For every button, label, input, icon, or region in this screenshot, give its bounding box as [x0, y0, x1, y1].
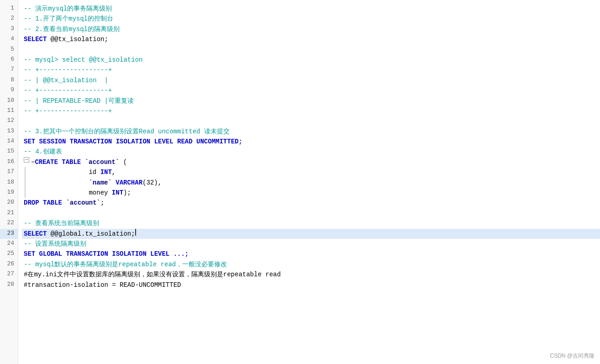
line-number-13: 13: [0, 127, 18, 137]
token-keyword: TABLE: [43, 198, 62, 208]
line-number-20: 20: [0, 198, 18, 208]
token-plain: @@global.tx_isolation;: [47, 229, 135, 239]
token-comment: -- 3.把其中一个控制台的隔离级别设置Read uncommitted 读未提…: [24, 127, 230, 137]
code-area[interactable]: -- 演示mysql的事务隔离级别-- 1.开了两个mysql的控制台-- 2.…: [18, 0, 600, 364]
token-plain: [112, 178, 116, 188]
token-backtick-id: `account`: [85, 157, 120, 167]
code-line-5: [22, 45, 600, 55]
token-comment: -- | @@tx_isolation |: [24, 75, 108, 85]
token-indent: [27, 178, 89, 188]
line-number-19: 19: [0, 188, 18, 198]
code-line-22: -- 查看系统当前隔离级别: [22, 218, 600, 228]
code-line-19: money INT);: [22, 188, 600, 198]
collapse-icon[interactable]: −: [24, 157, 29, 163]
line-number-23: 23: [0, 229, 18, 239]
code-line-13: -- 3.把其中一个控制台的隔离级别设置Read uncommitted 读未提…: [22, 127, 600, 137]
token-plain: [58, 157, 62, 167]
code-line-20: DROP TABLE `account`;: [22, 198, 600, 208]
line-number-14: 14: [0, 137, 18, 147]
line-number-9: 9: [0, 85, 18, 95]
token-plain: #在my.ini文件中设置数据库的隔离级别，如果没有设置，隔离级别是repeat…: [24, 269, 281, 280]
block-indicator: [25, 178, 26, 188]
token-keyword: VARCHAR: [116, 178, 142, 188]
code-line-11: -- +------------------+: [22, 106, 600, 116]
code-line-3: -- 2.查看当前mysql的隔离级别: [22, 24, 600, 34]
token-comment: -- 演示mysql的事务隔离级别: [24, 4, 112, 14]
code-line-12: [22, 116, 600, 126]
token-keyword: TABLE: [62, 157, 81, 167]
line-number-8: 8: [0, 75, 18, 85]
token-comment: -- mysql默认的事务隔离级别是repeatable read，一般没必要修…: [24, 259, 227, 269]
line-number-26: 26: [0, 259, 18, 269]
token-indent: [27, 188, 89, 198]
line-number-11: 11: [0, 106, 18, 116]
token-keyword: CREATE: [35, 157, 58, 167]
token-keyword: SET GLOBAL TRANSACTION ISOLATION LEVEL .…: [24, 249, 189, 259]
line-number-21: 21: [0, 208, 18, 218]
line-number-24: 24: [0, 239, 18, 249]
code-line-7: -- +------------------+: [22, 65, 600, 75]
token-collapse: −: [31, 157, 35, 167]
line-number-2: 2: [0, 14, 18, 24]
code-line-14: SET SESSION TRANSACTION ISOLATION LEVEL …: [22, 137, 600, 147]
token-plain: id: [89, 167, 100, 177]
token-comment: -- 设置系统隔离级别: [24, 239, 86, 249]
token-comment: -- +------------------+: [24, 65, 112, 75]
code-line-18: `name` VARCHAR(32),: [22, 178, 600, 188]
code-line-6: -- mysql> select @@tx_isolation: [22, 55, 600, 65]
code-line-27: #在my.ini文件中设置数据库的隔离级别，如果没有设置，隔离级别是repeat…: [22, 269, 600, 280]
token-comment: -- 查看系统当前隔离级别: [24, 218, 99, 228]
code-line-15: -- 4.创建表: [22, 147, 600, 157]
token-comment: -- +------------------+: [24, 106, 112, 116]
line-number-12: 12: [0, 116, 18, 126]
line-number-3: 3: [0, 24, 18, 34]
line-number-16: 16: [0, 157, 18, 167]
block-indicator: [25, 188, 26, 198]
token-plain: );: [123, 188, 131, 198]
code-line-17: id INT,: [22, 167, 600, 177]
line-number-22: 22: [0, 218, 18, 228]
token-comment: -- 4.创建表: [24, 147, 62, 157]
code-line-25: SET GLOBAL TRANSACTION ISOLATION LEVEL .…: [22, 249, 600, 259]
text-cursor: [135, 229, 136, 236]
token-plain: @@tx_isolation;: [51, 34, 108, 44]
code-line-8: -- | @@tx_isolation |: [22, 75, 600, 85]
token-plain: #transaction-isolation = READ-UNCOMMITTE…: [24, 280, 181, 290]
line-number-10: 10: [0, 96, 18, 106]
token-keyword: DROP: [24, 198, 39, 208]
code-line-24: -- 设置系统隔离级别: [22, 239, 600, 249]
code-line-9: -- +------------------+: [22, 85, 600, 95]
token-comment: -- +------------------+: [24, 85, 112, 95]
line-number-7: 7: [0, 65, 18, 75]
token-keyword: INT: [100, 167, 112, 177]
code-line-10: -- | REPEATABLE-READ |可重复读: [22, 96, 600, 106]
code-line-23: SELECT @@global.tx_isolation;: [22, 229, 600, 239]
token-plain: (: [119, 157, 127, 167]
token-keyword: INT: [112, 188, 123, 198]
token-indent: [27, 167, 89, 177]
token-keyword: SET SESSION TRANSACTION ISOLATION LEVEL …: [24, 137, 242, 147]
line-number-17: 17: [0, 167, 18, 177]
token-plain: ,: [112, 167, 116, 177]
watermark: CSDN @吉冈秀隆: [550, 352, 595, 360]
line-number-27: 27: [0, 269, 18, 280]
token-backtick-id: `account`: [66, 198, 100, 208]
token-plain: money: [89, 188, 111, 198]
line-number-25: 25: [0, 249, 18, 259]
code-line-16: −−CREATE TABLE `account` (: [22, 157, 600, 167]
token-keyword: SELECT: [24, 229, 47, 239]
line-number-1: 1: [0, 4, 18, 14]
line-number-4: 4: [0, 34, 18, 44]
line-number-6: 6: [0, 55, 18, 65]
token-comment: -- 2.查看当前mysql的隔离级别: [24, 24, 120, 34]
code-line-28: #transaction-isolation = READ-UNCOMMITTE…: [22, 280, 600, 290]
token-plain: ;: [100, 198, 104, 208]
token-comment: -- | REPEATABLE-READ |可重复读: [24, 96, 134, 106]
code-line-4: SELECT @@tx_isolation;: [22, 34, 600, 44]
token-comment: -- mysql> select @@tx_isolation: [24, 55, 142, 65]
code-line-1: -- 演示mysql的事务隔离级别: [22, 4, 600, 14]
code-editor: 1234567891011121314151617181920212223242…: [0, 0, 600, 364]
token-plain: (32),: [142, 178, 162, 188]
block-indicator: [25, 167, 26, 177]
code-line-2: -- 1.开了两个mysql的控制台: [22, 14, 600, 24]
